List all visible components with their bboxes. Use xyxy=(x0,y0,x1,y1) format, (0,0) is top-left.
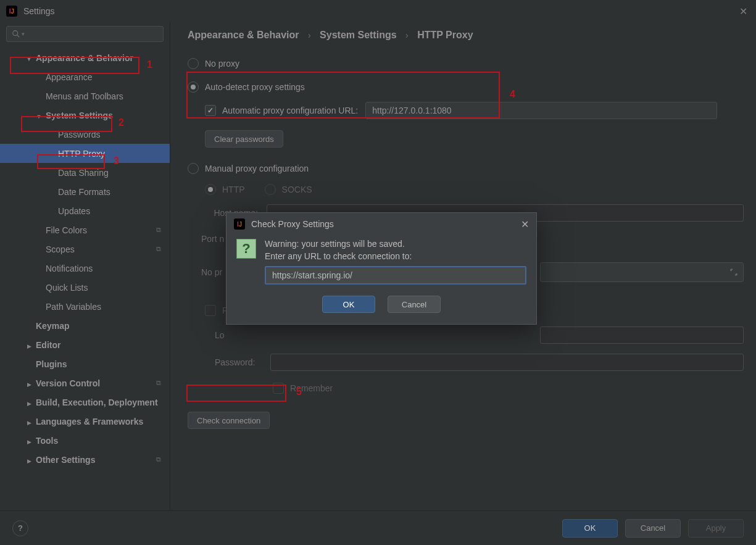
dialog-cancel-button[interactable]: Cancel xyxy=(388,296,441,313)
dialog-text: Enter any URL to check connection to: xyxy=(265,251,526,261)
dialog-text: Warning: your settings will be saved. xyxy=(265,239,526,249)
dialog-title: Check Proxy Settings xyxy=(251,219,521,229)
check-proxy-dialog: IJ Check Proxy Settings ✕ ? Warning: you… xyxy=(226,212,537,325)
check-url-input[interactable] xyxy=(265,266,526,285)
question-icon: ? xyxy=(236,239,256,259)
dialog-ok-button[interactable]: OK xyxy=(322,296,375,313)
close-icon[interactable]: ✕ xyxy=(521,218,529,230)
app-icon: IJ xyxy=(234,218,245,230)
